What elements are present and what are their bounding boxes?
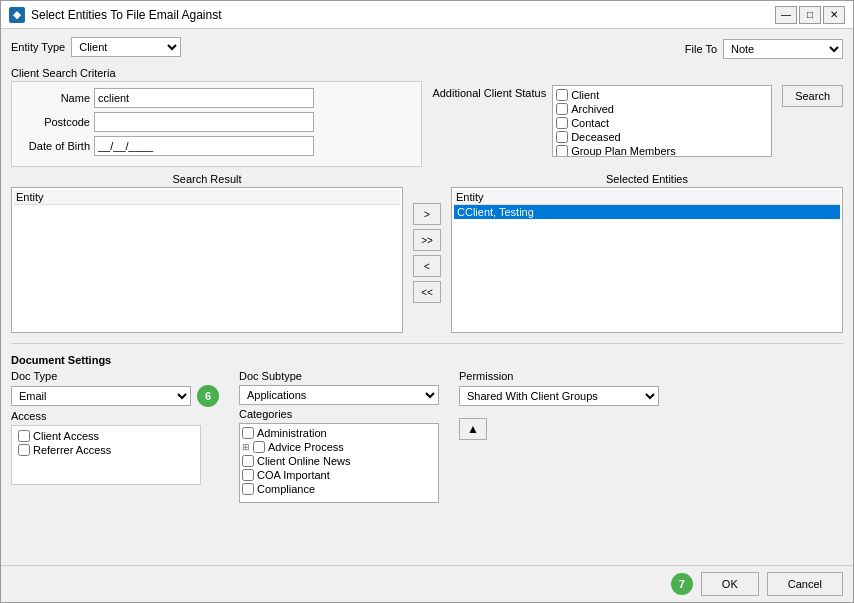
document-settings: Document Settings Doc Type Email Documen… (11, 354, 843, 503)
dob-row: Date of Birth (20, 136, 413, 156)
search-criteria-label: Client Search Criteria (11, 67, 422, 79)
section-divider (11, 343, 843, 344)
cat-compliance: Compliance (242, 482, 436, 496)
dob-input[interactable] (94, 136, 314, 156)
selected-entities-listbox[interactable]: Entity CClient, Testing (451, 187, 843, 333)
doc-type-select[interactable]: Email Document (11, 386, 191, 406)
search-criteria-box: Name Postcode Date of Birth (11, 81, 422, 167)
entity-type-label: Entity Type (11, 41, 65, 53)
client-access-checkbox[interactable] (18, 430, 30, 442)
search-result-header: Entity (14, 190, 400, 205)
doc-subtype-label: Doc Subtype (239, 370, 439, 382)
add-one-button[interactable]: > (413, 203, 441, 225)
remove-one-button[interactable]: < (413, 255, 441, 277)
checkbox-client-label: Client (571, 89, 599, 101)
remove-all-button[interactable]: << (413, 281, 441, 303)
selected-entities-header: Entity (454, 190, 840, 205)
entity-type-select[interactable]: Client Referrer Employee (71, 37, 181, 57)
checkbox-group-plan: Group Plan Members (556, 145, 768, 157)
cancel-button[interactable]: Cancel (767, 572, 843, 596)
close-button[interactable]: ✕ (823, 6, 845, 24)
title-bar-controls: — □ ✕ (775, 6, 845, 24)
file-to-label: File To (685, 43, 717, 55)
permission-select[interactable]: Shared With Client Groups Private All St… (459, 386, 659, 406)
checkbox-group-plan-input[interactable] (556, 145, 568, 157)
ok-button[interactable]: OK (701, 572, 759, 596)
referrer-access-label: Referrer Access (33, 444, 111, 456)
cat-online-news: Client Online News (242, 454, 436, 468)
name-input[interactable] (94, 88, 314, 108)
cat-coa-important-label: COA Important (257, 469, 330, 481)
checkbox-client: Client (556, 89, 768, 101)
file-to-select[interactable]: Note Document Email (723, 39, 843, 59)
cat-administration: Administration (242, 426, 436, 440)
permission-col: Permission Shared With Client Groups Pri… (459, 370, 659, 440)
additional-status-section: Additional Client Status Client Archived (432, 85, 843, 157)
results-section: Search Result Entity > >> < << Selected … (11, 173, 843, 333)
doc-type-label: Doc Type (11, 370, 219, 382)
add-all-button[interactable]: >> (413, 229, 441, 251)
checkbox-contact: Contact (556, 117, 768, 129)
entity-type-row: Entity Type Client Referrer Employee (11, 37, 181, 57)
checkbox-archived-label: Archived (571, 103, 614, 115)
checkbox-deceased-label: Deceased (571, 131, 621, 143)
access-label: Access (11, 410, 219, 422)
cat-advice-process: ⊞ Advice Process (242, 440, 436, 454)
search-button[interactable]: Search (782, 85, 843, 107)
search-criteria-section: Client Search Criteria Name Postcode Dat… (11, 67, 422, 167)
bottom-bar: 7 OK Cancel (1, 565, 853, 602)
postcode-input[interactable] (94, 112, 314, 132)
main-content: Entity Type Client Referrer Employee Fil… (1, 29, 853, 565)
checkbox-client-input[interactable] (556, 89, 568, 101)
title-bar-left: ◆ Select Entities To File Email Against (9, 7, 222, 23)
cat-online-news-checkbox[interactable] (242, 455, 254, 467)
client-access-label: Client Access (33, 430, 99, 442)
additional-status-label: Additional Client Status (432, 87, 546, 99)
badge-6: 6 (197, 385, 219, 407)
checkbox-deceased: Deceased (556, 131, 768, 143)
selected-entity-item-0[interactable]: CClient, Testing (454, 205, 840, 219)
doc-type-col: Doc Type Email Document 6 Access Client … (11, 370, 219, 485)
name-row: Name (20, 88, 413, 108)
dob-label: Date of Birth (20, 140, 90, 152)
app-icon: ◆ (9, 7, 25, 23)
title-bar: ◆ Select Entities To File Email Against … (1, 1, 853, 29)
up-arrow-button[interactable]: ▲ (459, 418, 487, 440)
doc-subtype-select[interactable]: Applications Online News Other (239, 385, 439, 405)
postcode-label: Postcode (20, 116, 90, 128)
expand-advice-icon[interactable]: ⊞ (242, 442, 250, 452)
categories-label: Categories (239, 408, 439, 420)
badge-7: 7 (671, 573, 693, 595)
checkbox-deceased-input[interactable] (556, 131, 568, 143)
search-result-listbox[interactable]: Entity (11, 187, 403, 333)
cat-administration-label: Administration (257, 427, 327, 439)
referrer-access-checkbox[interactable] (18, 444, 30, 456)
arrow-buttons: > >> < << (409, 173, 445, 333)
cat-advice-process-label: Advice Process (268, 441, 344, 453)
postcode-row: Postcode (20, 112, 413, 132)
search-result-title: Search Result (11, 173, 403, 185)
permission-label: Permission (459, 370, 659, 382)
checkbox-contact-input[interactable] (556, 117, 568, 129)
cat-compliance-checkbox[interactable] (242, 483, 254, 495)
access-group: Client Access Referrer Access (11, 425, 201, 485)
search-result-panel: Search Result Entity (11, 173, 403, 333)
checkbox-group-plan-label: Group Plan Members (571, 145, 676, 157)
categories-list[interactable]: Administration ⊞ Advice Process Client O… (239, 423, 439, 503)
checkbox-contact-label: Contact (571, 117, 609, 129)
checkbox-archived-input[interactable] (556, 103, 568, 115)
cat-administration-checkbox[interactable] (242, 427, 254, 439)
checkbox-archived: Archived (556, 103, 768, 115)
doc-settings-row: Doc Type Email Document 6 Access Client … (11, 370, 843, 503)
cat-coa-important: COA Important (242, 468, 436, 482)
client-access-item: Client Access (18, 430, 194, 442)
status-checkbox-list: Client Archived Contact (552, 85, 772, 157)
cat-coa-important-checkbox[interactable] (242, 469, 254, 481)
file-to-row: File To Note Document Email (685, 39, 843, 59)
maximize-button[interactable]: □ (799, 6, 821, 24)
cat-compliance-label: Compliance (257, 483, 315, 495)
window-title: Select Entities To File Email Against (31, 8, 222, 22)
main-window: ◆ Select Entities To File Email Against … (0, 0, 854, 603)
cat-advice-process-checkbox[interactable] (253, 441, 265, 453)
minimize-button[interactable]: — (775, 6, 797, 24)
